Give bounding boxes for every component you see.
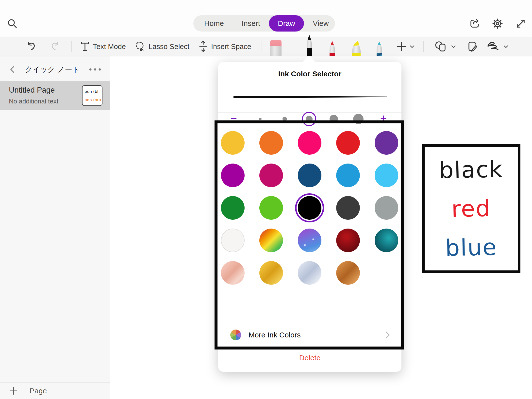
shapes-button[interactable]: [433, 37, 457, 56]
thickness-dot-1[interactable]: [259, 118, 262, 120]
sidebar-header: クイック ノート: [0, 61, 110, 78]
toolbar-divider: [262, 41, 262, 52]
plus-icon: [396, 41, 407, 52]
color-swatch-navy-blue[interactable]: [298, 164, 321, 187]
thumbnail-line-1: pen (bl: [84, 87, 102, 96]
insert-space-icon: [198, 40, 208, 53]
toolbar-divider: [423, 41, 424, 52]
tab-insert[interactable]: Insert: [233, 15, 269, 32]
delete-label: Delete: [299, 354, 321, 362]
insert-space-button[interactable]: Insert Space: [198, 37, 251, 56]
add-page-label: Page: [30, 387, 47, 395]
color-swatch-dark-red-marble[interactable]: [336, 229, 360, 252]
chevron-down-icon: [503, 43, 509, 50]
chevron-right-icon: [384, 330, 391, 340]
more-ink-colors-row[interactable]: More Ink Colors: [218, 327, 401, 343]
thickness-dot-4[interactable]: [330, 115, 338, 123]
squiggle-icon: [486, 41, 501, 52]
tab-home[interactable]: Home: [195, 15, 233, 32]
popup-title: Ink Color Selector: [218, 70, 401, 78]
color-swatch-gold-yellow[interactable]: [221, 131, 245, 155]
color-swatch-green[interactable]: [221, 196, 245, 220]
top-header: Home Insert Draw View: [0, 0, 532, 37]
thickness-dot-2[interactable]: [283, 117, 287, 121]
page-pencil-icon: [466, 40, 479, 53]
color-swatch-dark-pink[interactable]: [259, 164, 283, 187]
page-thumbnail: pen (bl pen (ora: [82, 85, 102, 106]
decrease-thickness-button[interactable]: −: [231, 113, 237, 124]
ink-annotate-button[interactable]: [466, 37, 479, 56]
thickness-dot-5[interactable]: [353, 114, 364, 124]
stroke-preview: [233, 95, 387, 100]
color-swatch-blue[interactable]: [336, 164, 360, 187]
color-swatch-sky-blue[interactable]: [375, 164, 398, 187]
pages-sidebar: クイック ノート Untitled Page No additional tex…: [0, 56, 110, 399]
teal-pencil-tool[interactable]: [374, 41, 384, 56]
tab-view[interactable]: View: [304, 15, 337, 32]
handwritten-word-black: black: [439, 156, 503, 184]
share-icon[interactable]: [469, 18, 481, 30]
page-title: Untitled Page: [9, 86, 55, 95]
color-swatch-dark-gray[interactable]: [336, 196, 360, 220]
handwritten-word-blue: blue: [445, 234, 498, 261]
lasso-select-label: Lasso Select: [149, 43, 189, 51]
more-options-icon[interactable]: [88, 67, 102, 72]
insert-space-label: Insert Space: [211, 43, 251, 51]
color-swatch-gray[interactable]: [375, 196, 398, 220]
more-ink-colors-label: More Ink Colors: [249, 331, 384, 339]
color-swatch-gold-texture[interactable]: [259, 261, 283, 285]
color-swatch-rainbow-glitter[interactable]: [259, 229, 283, 252]
color-swatch-teal-marble[interactable]: [375, 229, 398, 252]
color-swatch-galaxy[interactable]: [298, 229, 321, 252]
color-swatch-white[interactable]: [221, 229, 245, 252]
color-swatch-silver[interactable]: [298, 261, 321, 285]
color-swatch-rose-gold[interactable]: [221, 261, 245, 285]
plus-icon: [9, 386, 18, 396]
eraser-tool[interactable]: [270, 40, 282, 56]
ink-to-shape-button[interactable]: [486, 37, 509, 56]
text-mode-button[interactable]: Text Mode: [80, 37, 126, 56]
ink-color-selector-popup: Ink Color Selector − + More Ink Colors D…: [218, 62, 401, 372]
color-swatch-copper[interactable]: [336, 261, 360, 285]
tab-draw[interactable]: Draw: [269, 15, 304, 32]
search-icon[interactable]: [7, 18, 18, 29]
toolbar-divider: [71, 41, 72, 52]
lasso-select-button[interactable]: Lasso Select: [134, 37, 189, 56]
color-swatch-hot-pink[interactable]: [298, 131, 321, 155]
color-swatch-magenta[interactable]: [221, 164, 245, 187]
handwritten-word-red: red: [451, 195, 491, 222]
lasso-icon: [134, 41, 146, 52]
page-subtitle: No additional text: [9, 98, 58, 105]
expand-icon[interactable]: [515, 18, 527, 30]
add-pen-button[interactable]: [396, 37, 415, 56]
color-swatch-purple[interactable]: [375, 131, 398, 155]
handwriting-annotation-box: blackredblue: [422, 144, 520, 273]
color-grid: [221, 131, 398, 285]
back-chevron-icon[interactable]: [9, 65, 16, 74]
text-mode-label: Text Mode: [93, 43, 126, 51]
ribbon-tabbar: Home Insert Draw View: [193, 15, 335, 32]
notebook-title: クイック ノート: [16, 65, 88, 75]
divider: [218, 349, 401, 349]
text-mode-icon: [80, 41, 90, 52]
black-pen-tool-selected[interactable]: [304, 34, 315, 56]
increase-thickness-button[interactable]: +: [380, 113, 387, 124]
color-swatch-black[interactable]: [298, 196, 321, 220]
undo-button[interactable]: [26, 37, 38, 56]
shapes-icon: [433, 40, 449, 53]
chevron-down-icon: [409, 43, 415, 50]
yellow-highlighter-tool[interactable]: [350, 40, 363, 56]
delete-pen-button[interactable]: Delete: [218, 350, 401, 365]
add-page-button[interactable]: Page: [0, 382, 110, 399]
color-swatch-light-green[interactable]: [259, 196, 283, 220]
draw-toolbar: Text Mode Lasso Select Insert Space: [0, 37, 532, 56]
page-list-item-selected[interactable]: Untitled Page No additional text pen (bl…: [0, 81, 110, 110]
red-pen-tool[interactable]: [328, 40, 337, 56]
redo-button[interactable]: [49, 37, 61, 56]
color-swatch-red[interactable]: [336, 131, 360, 155]
settings-icon[interactable]: [492, 18, 503, 30]
color-wheel-icon: [230, 330, 241, 340]
chevron-down-icon: [450, 43, 457, 50]
thickness-selected-ring: [302, 112, 316, 126]
color-swatch-orange[interactable]: [259, 131, 283, 155]
